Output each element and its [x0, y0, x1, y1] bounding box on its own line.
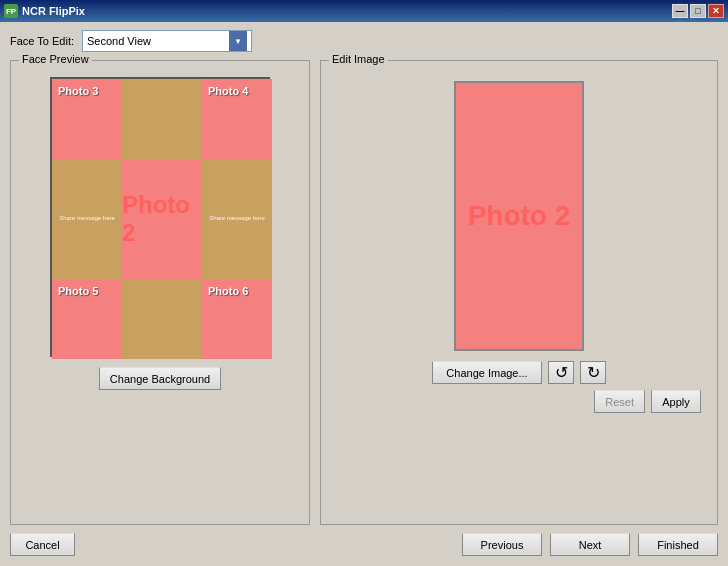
maximize-button[interactable]: □ — [690, 4, 706, 18]
photo3-label: Photo 3 — [58, 85, 98, 97]
minimize-button[interactable]: — — [672, 4, 688, 18]
next-button[interactable]: Next — [550, 533, 630, 556]
edit-image-photo-label: Photo 2 — [468, 200, 571, 232]
photo4-label: Photo 4 — [208, 85, 248, 97]
edit-image-area: Photo 2 — [454, 81, 584, 351]
photo5-label: Photo 5 — [58, 285, 98, 297]
message-right: Share message here — [207, 215, 267, 222]
face-to-edit-dropdown[interactable]: Second View ▼ — [82, 30, 252, 52]
rotate-left-button[interactable]: ↺ — [548, 361, 574, 384]
face-grid: Photo 3 Photo 4 Share message here Photo… — [50, 77, 270, 357]
photo5-cell: Photo 5 — [52, 279, 122, 359]
change-image-button[interactable]: Change Image... — [432, 361, 542, 384]
reset-button[interactable]: Reset — [594, 390, 645, 413]
window-content: Face To Edit: Second View ▼ Face Preview… — [0, 22, 728, 566]
bottom-left: Cancel — [10, 533, 75, 556]
face-to-edit-row: Face To Edit: Second View ▼ — [10, 30, 718, 52]
texture-right: Share message here — [202, 159, 272, 279]
dropdown-arrow-icon: ▼ — [229, 31, 247, 51]
title-bar: FP NCR FlipPix — □ ✕ — [0, 0, 728, 22]
title-bar-left: FP NCR FlipPix — [4, 4, 85, 18]
panels-row: Face Preview Photo 3 Photo 4 Share messa… — [10, 60, 718, 525]
change-background-button[interactable]: Change Background — [99, 367, 221, 390]
reset-apply-row: Reset Apply — [327, 390, 711, 413]
finished-button[interactable]: Finished — [638, 533, 718, 556]
change-image-row: Change Image... ↺ ↻ — [327, 361, 711, 384]
window-title: NCR FlipPix — [22, 5, 85, 17]
photo3-cell: Photo 3 — [52, 79, 122, 159]
texture-top — [122, 79, 202, 159]
face-to-edit-label: Face To Edit: — [10, 35, 74, 47]
app-icon: FP — [4, 4, 18, 18]
title-bar-controls[interactable]: — □ ✕ — [672, 4, 724, 18]
bottom-bar: Cancel Previous Next Finished — [10, 525, 718, 558]
message-left: Share message here — [57, 215, 117, 222]
edit-image-title: Edit Image — [329, 53, 388, 65]
bottom-right: Previous Next Finished — [462, 533, 718, 556]
photo6-label: Photo 6 — [208, 285, 248, 297]
face-preview-panel: Face Preview Photo 3 Photo 4 Share messa… — [10, 60, 310, 525]
edit-image-panel: Edit Image Photo 2 Change Image... ↺ ↻ R… — [320, 60, 718, 525]
face-preview-title: Face Preview — [19, 53, 92, 65]
texture-left: Share message here — [52, 159, 122, 279]
photo4-cell: Photo 4 — [202, 79, 272, 159]
photo2-center-label: Photo 2 — [122, 191, 202, 247]
previous-button[interactable]: Previous — [462, 533, 542, 556]
dropdown-selected-value: Second View — [87, 35, 151, 47]
photo2-center-cell: Photo 2 — [122, 159, 202, 279]
photo6-cell: Photo 6 — [202, 279, 272, 359]
close-button[interactable]: ✕ — [708, 4, 724, 18]
apply-button[interactable]: Apply — [651, 390, 701, 413]
texture-bottom — [122, 279, 202, 359]
cancel-button[interactable]: Cancel — [10, 533, 75, 556]
rotate-right-button[interactable]: ↻ — [580, 361, 606, 384]
